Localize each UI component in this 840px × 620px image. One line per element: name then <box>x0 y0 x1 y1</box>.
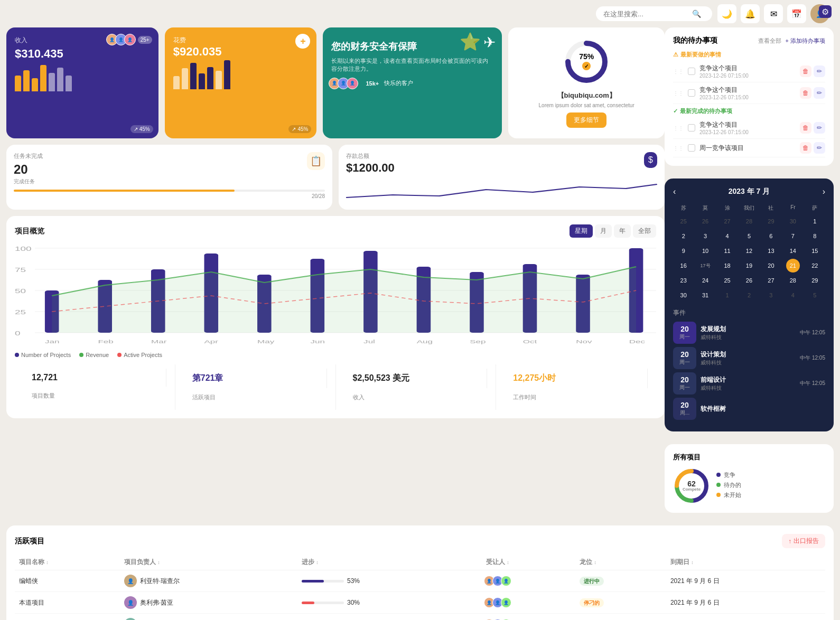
cal-day-9[interactable]: 9 <box>677 244 690 258</box>
tab-week[interactable]: 星期 <box>570 224 593 238</box>
drag-handle-3[interactable]: ⋮⋮ <box>673 125 684 131</box>
todo-delete-2[interactable]: 🗑 <box>800 87 811 99</box>
cal-day-25[interactable]: 25 <box>677 214 690 228</box>
row-status-2: 进行中 <box>575 614 666 621</box>
event-item-1: 20 周一 设计策划 威特科技 中午 12:05 <box>673 347 825 369</box>
cal-day-30[interactable]: 30 <box>786 214 800 228</box>
todo-checkbox-4[interactable] <box>688 144 695 152</box>
todo-checkbox-3[interactable] <box>688 124 695 131</box>
bell-icon-button[interactable]: 🔔 <box>741 4 760 23</box>
cal-day-16[interactable]: 16 <box>677 259 690 273</box>
cal-day-20[interactable]: 20 <box>764 259 778 273</box>
progress-title: 【biqubiqu.com】 <box>557 91 616 100</box>
cal-day-22[interactable]: 22 <box>808 259 822 273</box>
cal-day-28[interactable]: 28 <box>742 214 756 228</box>
cal-day-29b[interactable]: 29 <box>808 274 822 287</box>
todo-add[interactable]: + 添加待办事项 <box>786 37 825 45</box>
moon-icon-button[interactable]: 🌙 <box>717 4 736 23</box>
cal-day-5b[interactable]: 5 <box>808 288 822 302</box>
todo-edit-2[interactable]: ✏ <box>814 87 825 99</box>
cal-day-14[interactable]: 14 <box>786 244 800 258</box>
calendar-icon-button[interactable]: 📅 <box>787 4 806 23</box>
savings-sparkline <box>346 179 657 200</box>
todo-checkbox-2[interactable] <box>688 89 695 97</box>
event-num-0: 20 <box>677 325 692 333</box>
cal-day-25b[interactable]: 25 <box>721 274 734 287</box>
tab-all[interactable]: 全部 <box>633 224 656 238</box>
drag-handle-2[interactable]: ⋮⋮ <box>673 90 684 96</box>
row-assignee-2: 👤 👤 👤 <box>482 614 575 621</box>
cal-day-1[interactable]: 1 <box>808 214 822 228</box>
search-input[interactable] <box>603 10 688 18</box>
cal-day-2[interactable]: 2 <box>677 229 690 243</box>
promo-customers: 15k+ <box>366 80 379 87</box>
cal-day-3[interactable]: 3 <box>698 229 712 243</box>
col-status: 龙位 ↕ <box>575 555 666 570</box>
todo-delete-1[interactable]: 🗑 <box>800 65 811 77</box>
todo-delete-4[interactable]: 🗑 <box>800 142 811 154</box>
cal-day-7[interactable]: 7 <box>786 229 800 243</box>
cal-next-button[interactable]: › <box>823 187 825 196</box>
promo-avatars: 👤 👤 👤 15k+ 快乐的客户 <box>331 78 493 89</box>
cal-day-10[interactable]: 10 <box>698 244 712 258</box>
todo-edit-4[interactable]: ✏ <box>814 142 825 154</box>
export-button[interactable]: ↑ 出口报告 <box>782 534 825 548</box>
progress-card: 75% ✓ 【biqubiqu.com】 Lorem ipsum dolor s… <box>508 27 665 138</box>
svg-text:May: May <box>257 339 274 344</box>
col-name: 项目名称 ↕ <box>15 555 120 570</box>
cal-day-31[interactable]: 31 <box>698 288 712 302</box>
cal-day-17[interactable]: 17号 <box>698 259 712 273</box>
cal-settings-button[interactable]: ⚙ <box>819 5 832 18</box>
cal-day-23[interactable]: 23 <box>677 274 690 287</box>
cal-day-4b[interactable]: 4 <box>786 288 800 302</box>
cal-prev-button[interactable]: ‹ <box>673 187 676 196</box>
chart-legend: Number of Projects Revenue Active Projec… <box>15 352 656 358</box>
cal-day-27[interactable]: 27 <box>721 214 734 228</box>
cal-day-30b[interactable]: 30 <box>677 288 690 302</box>
event-item-3: 20 周... 软件框树 <box>673 398 825 420</box>
drag-handle-4[interactable]: ⋮⋮ <box>673 145 684 151</box>
event-org-2: 威特科技 <box>701 384 796 392</box>
search-box[interactable]: 🔍 <box>596 6 712 21</box>
drag-handle[interactable]: ⋮⋮ <box>673 69 684 74</box>
cal-day-1b[interactable]: 1 <box>721 288 734 302</box>
todo-checkbox-1[interactable] <box>688 68 695 75</box>
cal-day-19[interactable]: 19 <box>742 259 756 273</box>
cal-day-18[interactable]: 18 <box>721 259 734 273</box>
todo-edit-3[interactable]: ✏ <box>814 122 825 134</box>
cal-day-6[interactable]: 6 <box>764 229 778 243</box>
chart-tabs: 星期 月 年 全部 <box>570 224 656 238</box>
cal-day-24[interactable]: 24 <box>698 274 712 287</box>
ap-legend-0: 竞争 <box>724 471 735 479</box>
stat-active-label: 活跃项目 <box>184 389 327 406</box>
cal-day-8[interactable]: 8 <box>808 229 822 243</box>
all-projects-card: 所有项目 62 Compete 竞争 <box>665 444 834 513</box>
cal-day-15[interactable]: 15 <box>808 244 822 258</box>
cal-day-13[interactable]: 13 <box>764 244 778 258</box>
tab-month[interactable]: 月 <box>595 224 612 238</box>
cal-day-26[interactable]: 26 <box>698 214 712 228</box>
calendar-grid: 苏 莫 涂 我们 社 Fr 萨 25 26 27 28 29 30 1 <box>673 203 825 302</box>
mail-icon-button[interactable]: ✉ <box>764 4 783 23</box>
cal-day-26b[interactable]: 26 <box>742 274 756 287</box>
cal-day-3b[interactable]: 3 <box>764 288 778 302</box>
event-num-3: 20 <box>677 401 692 409</box>
cal-day-5[interactable]: 5 <box>742 229 756 243</box>
todo-view-all[interactable]: 查看全部 <box>758 37 781 45</box>
cal-day-2b[interactable]: 2 <box>742 288 756 302</box>
cal-day-21-today[interactable]: 21 <box>786 259 800 273</box>
row-due-0: 2021 年 9 月 6 日 <box>666 570 825 592</box>
cal-day-12[interactable]: 12 <box>742 244 756 258</box>
more-details-button[interactable]: 更多细节 <box>566 112 606 128</box>
cal-day-27b[interactable]: 27 <box>764 274 778 287</box>
cal-day-29[interactable]: 29 <box>764 214 778 228</box>
cal-day-4[interactable]: 4 <box>721 229 734 243</box>
tab-year[interactable]: 年 <box>614 224 631 238</box>
cal-day-28b[interactable]: 28 <box>786 274 800 287</box>
ap-legend-2: 未开始 <box>724 491 741 499</box>
cal-header-6: 萨 <box>805 203 825 213</box>
todo-edit-1[interactable]: ✏ <box>814 65 825 77</box>
ap-legend-1: 待办的 <box>724 481 741 489</box>
cal-day-11[interactable]: 11 <box>721 244 734 258</box>
todo-delete-3[interactable]: 🗑 <box>800 122 811 134</box>
